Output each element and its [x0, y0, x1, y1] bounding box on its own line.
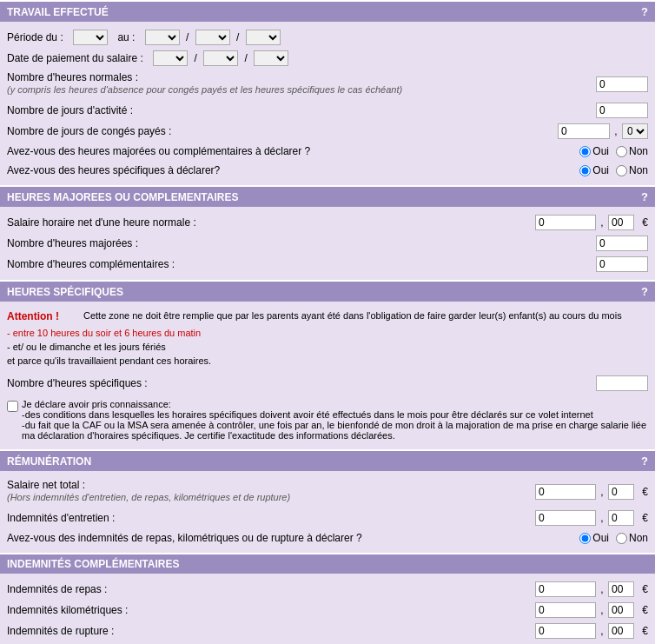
indemnites-rupture-input[interactable]	[535, 623, 596, 639]
indemnites-repas-euro: €	[642, 583, 648, 595]
indemnites-repas-value: , €	[535, 581, 648, 597]
indemnites-oui-radio[interactable]	[579, 533, 591, 544]
attention-text-block: Cette zone ne doit être remplie que par …	[83, 310, 648, 321]
periode-debut-select[interactable]	[73, 30, 108, 45]
indemnites-header: INDEMNITÉS COMPLÉMENTAIRES	[0, 554, 655, 574]
nb-jours-conges-decimal-select[interactable]: 0	[622, 123, 648, 139]
nb-jours-conges-input[interactable]	[558, 123, 610, 139]
salaire-net-note: (Hors indemnités d'entretien, de repas, …	[7, 491, 535, 505]
note1: - entre 10 heures du soir et 6 heures du…	[7, 326, 648, 340]
indemnites-km-row: Indemnités kilométriques : , €	[7, 600, 648, 621]
salaire-net-label-block: Salaire net total : (Hors indemnités d'e…	[7, 479, 535, 505]
paiement-month-select[interactable]	[203, 50, 238, 66]
indemnites-repas-input[interactable]	[535, 581, 596, 597]
indemnites-non-radio[interactable]	[616, 533, 627, 544]
nb-heures-specifiques-row: Nombre d'heures spécifiques :	[7, 373, 648, 394]
indemnites-repas-decimal-input[interactable]	[608, 581, 634, 597]
heures-specifiques-title: HEURES SPÉCIFIQUES	[7, 286, 123, 298]
heures-specifiques-non-radio[interactable]	[616, 165, 627, 176]
au-label: au :	[117, 31, 135, 43]
nb-heures-title: Nombre d'heures normales :	[7, 71, 596, 83]
travail-title: TRAVAIL EFFECTUÉ	[7, 6, 109, 18]
attention-row: Attention ! Cette zone ne doit être remp…	[7, 307, 648, 326]
section-remuneration: RÉMUNÉRATION ? Salaire net total : (Hors…	[0, 451, 655, 553]
paiement-year-select[interactable]	[254, 50, 288, 66]
avez-vous-indemnites-row: Avez-vous des indemnités de repas, kilom…	[7, 528, 648, 548]
nb-heures-complementaires-label: Nombre d'heures complémentaires :	[7, 258, 596, 270]
nb-heures-specifiques-input[interactable]	[596, 375, 648, 391]
periode-fin-year-select[interactable]	[246, 30, 281, 45]
heures-specifiques-oui-radio[interactable]	[579, 165, 591, 176]
paiement-day-select[interactable]	[153, 50, 188, 66]
nb-jours-activite-input[interactable]	[596, 103, 648, 118]
section-heures-majorees: HEURES MAJOREES OU COMPLEMENTAIRES ? Sal…	[0, 187, 655, 280]
heures-specifiques-body: Attention ! Cette zone ne doit être remp…	[0, 302, 655, 449]
nb-heures-specifiques-value	[596, 375, 648, 391]
heures-majorees-question-label: Avez-vous des heures majorées ou complém…	[7, 145, 579, 157]
avez-vous-indemnites-radio-group: Oui Non	[579, 532, 648, 544]
note2: - et/ ou le dimanche et les jours fériés	[7, 340, 648, 354]
section-travail: TRAVAIL EFFECTUÉ ? Période du : au : / /…	[0, 2, 655, 185]
remuneration-help-icon[interactable]: ?	[641, 455, 648, 468]
indemnites-rupture-euro: €	[642, 625, 648, 637]
periode-row: Période du : au : / /	[7, 27, 648, 48]
periode-fin-day-select[interactable]	[145, 30, 180, 45]
indemnites-body: Indemnités de repas : , € Indemnités kil…	[0, 574, 655, 644]
declaration-checkbox[interactable]	[7, 401, 18, 412]
nb-heures-majorees-input[interactable]	[596, 236, 648, 251]
heures-specifiques-oui-label[interactable]: Oui	[579, 164, 609, 176]
nb-jours-activite-label: Nombre de jours d'activité :	[7, 104, 596, 116]
indemnites-km-decimal-input[interactable]	[608, 602, 634, 618]
indemnites-rupture-decimal-input[interactable]	[608, 623, 634, 639]
salaire-net-label: Salaire net total :	[7, 479, 535, 491]
travail-help-icon[interactable]: ?	[641, 5, 648, 18]
nb-jours-activite-value	[596, 103, 648, 118]
nb-heures-complementaires-input[interactable]	[596, 256, 648, 272]
indemnites-km-euro: €	[642, 604, 648, 616]
nb-jours-conges-value: , 0	[558, 123, 648, 139]
indemnites-km-input[interactable]	[535, 602, 596, 618]
indemnites-entretien-input[interactable]	[535, 510, 596, 526]
heures-majorees-oui-label[interactable]: Oui	[579, 145, 609, 157]
salaire-net-input[interactable]	[535, 484, 596, 500]
salaire-net-value: , €	[535, 484, 648, 500]
indemnites-non-label[interactable]: Non	[616, 532, 648, 544]
indemnites-rupture-row: Indemnités de rupture : , €	[7, 621, 648, 641]
heures-majorees-body: Salaire horaire net d'une heure normale …	[0, 207, 655, 280]
salaire-horaire-decimal-input[interactable]	[608, 215, 634, 230]
nb-heures-row: Nombre d'heures normales : (y compris le…	[7, 69, 648, 100]
indemnites-non-text: Non	[629, 532, 648, 544]
salaire-horaire-value: , €	[535, 215, 648, 230]
travail-body: Période du : au : / / Date de paiement d…	[0, 22, 655, 185]
indemnites-km-label: Indemnités kilométriques :	[7, 604, 535, 616]
nb-heures-complementaires-value	[596, 256, 648, 272]
salaire-net-decimal-input[interactable]	[608, 484, 634, 500]
section-heures-specifiques: HEURES SPÉCIFIQUES ? Attention ! Cette z…	[0, 282, 655, 449]
heures-specifiques-help-icon[interactable]: ?	[641, 285, 648, 298]
indemnites-oui-label[interactable]: Oui	[579, 532, 609, 544]
nb-heures-input[interactable]	[596, 76, 648, 92]
salaire-net-row: Salaire net total : (Hors indemnités d'e…	[7, 476, 648, 508]
heures-specifiques-non-label[interactable]: Non	[616, 164, 648, 176]
heures-majorees-non-radio[interactable]	[616, 146, 627, 157]
heures-specifiques-radio-group: Oui Non	[579, 164, 648, 176]
date-paiement-row: Date de paiement du salaire : / /	[7, 48, 648, 69]
remuneration-title: RÉMUNÉRATION	[7, 455, 91, 468]
heures-majorees-help-icon[interactable]: ?	[641, 190, 648, 203]
heures-majorees-oui-radio[interactable]	[579, 146, 591, 157]
periode-label: Période du :	[7, 31, 63, 43]
nb-heures-specifiques-label: Nombre d'heures spécifiques :	[7, 377, 596, 389]
heures-majorees-non-label[interactable]: Non	[616, 145, 648, 157]
salaire-horaire-input[interactable]	[535, 215, 596, 230]
indemnites-entretien-decimal-input[interactable]	[608, 510, 634, 526]
heures-majorees-question-row: Avez-vous des heures majorées ou complém…	[7, 142, 648, 161]
periode-fin-month-select[interactable]	[195, 30, 230, 45]
indemnites-entretien-euro: €	[642, 512, 648, 524]
attention-label: Attention !	[7, 310, 59, 322]
indemnites-entretien-label: Indemnités d'entretien :	[7, 512, 535, 524]
heures-specifiques-question-row: Avez-vous des heures spécifiques à décla…	[7, 161, 648, 180]
indemnites-rupture-value: , €	[535, 623, 648, 639]
indemnites-entretien-row: Indemnités d'entretien : , €	[7, 508, 648, 528]
heures-majorees-radio-group: Oui Non	[579, 145, 648, 157]
indemnites-repas-row: Indemnités de repas : , €	[7, 579, 648, 600]
